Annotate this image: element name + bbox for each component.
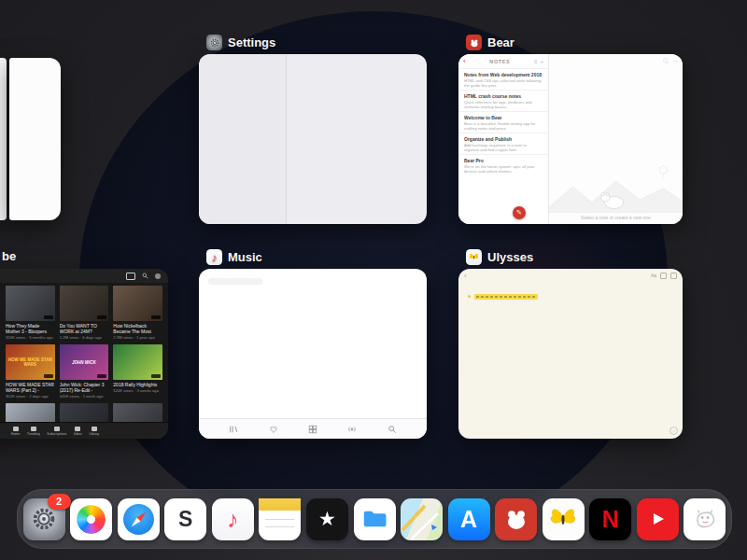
note-list-item: Welcome to Bear Bear is a beautiful, fle… <box>458 112 548 133</box>
inbox-icon <box>75 427 80 431</box>
bear-sidebar-header: ‹ NOTES ≡+ <box>458 54 548 69</box>
info-icon: ⓘ <box>663 57 669 65</box>
note-list-item: Bear Pro We're on the honor system: sync… <box>458 155 548 175</box>
home-icon <box>13 427 19 431</box>
settings-app-icon[interactable]: 2 <box>23 498 65 540</box>
settings-app-card[interactable] <box>199 54 427 224</box>
music-tab-bar <box>199 418 427 439</box>
ulysses-app-card[interactable]: ‹ Aa ○ <box>458 269 683 439</box>
nav-inbox: Inbox <box>74 427 82 436</box>
partial-app-card[interactable] <box>9 58 61 220</box>
sketch-app-icon[interactable] <box>684 498 726 540</box>
music-mini-icon: ♪ <box>206 249 222 265</box>
video-card: JOHN WICK John Wick: Chapter 3 (2017) Re… <box>60 344 109 399</box>
back-chevron-icon: ‹ <box>464 273 466 279</box>
n-letter-glyph: N <box>602 506 619 533</box>
cast-icon <box>126 273 135 280</box>
library-icon <box>92 427 97 431</box>
note-preview: Bear is a beautiful, flexible writing ap… <box>464 121 543 131</box>
bear-notes-title: NOTES <box>489 59 510 64</box>
app-store-app-icon[interactable]: A <box>448 498 490 540</box>
more-icon: ⋯ <box>672 57 678 65</box>
video-thumbnail <box>113 344 162 380</box>
sort-icon: ≡ <box>534 59 538 64</box>
star-app-icon[interactable]: ★ <box>306 498 348 540</box>
video-card: HOW WE MADE STAR WARS HOW WE MADE STAR W… <box>6 344 55 399</box>
doodle-icon <box>689 503 721 535</box>
note-preview: Add hashtags anywhere in a note to organ… <box>464 143 543 152</box>
word-count-icon: ○ <box>669 427 678 435</box>
note-title: Bear Pro <box>464 158 543 163</box>
search-icon <box>142 273 148 279</box>
highlighted-text-line <box>474 294 538 300</box>
video-card: How They Made Mother 3 - Bloopers 320K v… <box>6 286 55 340</box>
ulysses-card-title: Ulysses <box>487 250 533 264</box>
share-icon <box>670 273 677 279</box>
video-title: How Nickelback Became The Most Hated Ban… <box>113 323 162 334</box>
flower-icon <box>77 505 106 534</box>
nav-home: Home <box>11 427 20 436</box>
youtube-card-label: be <box>2 249 16 263</box>
note-title: Organize and Publish <box>464 136 543 142</box>
highlight-bullet <box>468 295 471 298</box>
video-meta: 301K views · 2 days ago <box>6 394 55 399</box>
note-list-item: HTML crash course notes Quick reference … <box>458 91 548 112</box>
nav-trending: Trending <box>27 427 40 436</box>
s-letter-glyph: S <box>178 507 192 532</box>
video-title: 2018 Rally Highlights <box>113 382 162 387</box>
note-title: HTML crash course notes <box>464 93 543 99</box>
bear-sidebar: ‹ NOTES ≡+ Notes from Web development 20… <box>458 54 549 224</box>
note-preview: Quick reference for tags, attributes and… <box>464 100 543 109</box>
dock: 2 S ♪ ★ <box>17 489 732 549</box>
photos-app-icon[interactable] <box>70 498 112 540</box>
youtube-app-icon[interactable] <box>637 498 679 540</box>
compass-icon <box>123 504 154 535</box>
video-meta: 320K views · 5 months ago <box>6 335 55 340</box>
partial-app-card-left-strip[interactable] <box>0 58 7 220</box>
music-app-icon[interactable]: ♪ <box>212 498 254 540</box>
video-title: John Wick: Chapter 3 (2017) Re-Edit - Mo… <box>60 382 109 393</box>
note-preview: HTML and CSS tips collected while follow… <box>464 78 543 88</box>
slack-app-icon[interactable]: S <box>164 498 206 540</box>
search-tab-icon <box>388 425 397 434</box>
bear-editor-pane: ⓘ⋯ Select a note or create a new one <box>549 54 683 224</box>
maps-app-icon[interactable] <box>401 498 443 540</box>
nav-library: Library <box>89 427 99 436</box>
netflix-app-icon[interactable]: N <box>589 498 631 540</box>
video-meta: 645K views · 1 week ago <box>60 394 109 399</box>
notes-app-icon[interactable] <box>259 498 301 540</box>
account-avatar <box>155 273 161 279</box>
bear-mini-icon <box>466 35 482 50</box>
bear-app-icon[interactable] <box>495 498 537 540</box>
highlighted-text-dashes <box>476 296 536 299</box>
safari-app-icon[interactable] <box>118 498 160 540</box>
notes-yellow-band <box>259 498 301 511</box>
attach-icon <box>660 273 667 279</box>
compose-note-button: ✎ <box>513 206 526 219</box>
notification-badge: 2 <box>48 494 71 510</box>
bear-empty-state-text: Select a note or create a new one <box>549 215 683 220</box>
nav-subscriptions: Subscriptions <box>47 427 66 436</box>
bear-head-icon <box>502 505 530 533</box>
video-thumbnail <box>6 286 55 321</box>
music-app-card[interactable] <box>199 269 427 439</box>
files-app-icon[interactable] <box>354 498 396 540</box>
music-card-label: ♪ Music <box>206 249 262 265</box>
bear-empty-illustration <box>549 161 683 213</box>
bear-editor-toolbar-icons: ⓘ⋯ <box>663 57 678 65</box>
settings-mini-icon <box>206 35 222 50</box>
radio-tab-icon <box>347 425 357 434</box>
ulysses-app-icon[interactable] <box>543 498 585 540</box>
note-title: Notes from Web development 2018 guide <box>464 72 543 77</box>
notes-line <box>265 526 294 528</box>
ulysses-card-label: Ulysses <box>466 249 533 265</box>
notes-line <box>265 519 294 521</box>
video-card: Do You WANT TO WORK at 24M? 1.2M views ·… <box>60 286 109 340</box>
note-list-item: Notes from Web development 2018 guide HT… <box>458 69 548 91</box>
subscriptions-icon <box>54 427 60 431</box>
bear-app-card[interactable]: ‹ NOTES ≡+ Notes from Web development 20… <box>458 54 683 224</box>
youtube-app-card[interactable]: How They Made Mother 3 - Bloopers 320K v… <box>0 269 168 439</box>
for-you-heart-icon <box>269 425 278 434</box>
star-icon: ★ <box>318 508 336 530</box>
video-thumbnail: HOW WE MADE STAR WARS <box>6 344 55 380</box>
